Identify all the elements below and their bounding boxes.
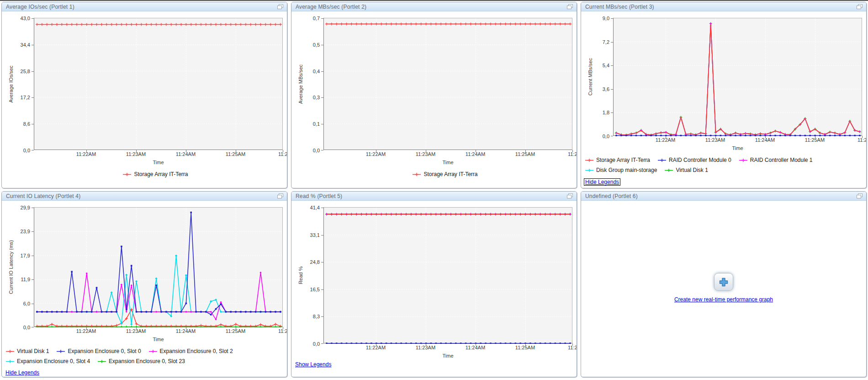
x-axis-title: Time — [613, 145, 862, 151]
restore-window-icon[interactable] — [277, 4, 283, 10]
y-tick-label: 0,5 — [313, 42, 320, 48]
x-tick-label: 11:26 — [857, 137, 867, 143]
create-graph-link[interactable]: Create new real-time performance graph — [674, 296, 773, 303]
restore-window-icon[interactable] — [857, 193, 863, 199]
portlet-title: Current IO Latency (Portlet 4) — [6, 193, 80, 199]
y-tick-mark — [32, 97, 34, 98]
legend-toggle-link[interactable]: Hide Legends — [5, 369, 39, 376]
portlet-titlebar[interactable]: Current IO Latency (Portlet 4) — [2, 192, 287, 201]
y-tick-mark — [611, 89, 613, 90]
legend-item: RAID Controller Module 0 — [657, 155, 731, 165]
portlet-average-ios: Average IOs/sec (Portlet 1) Average IOs/… — [1, 2, 287, 188]
y-tick-label: 6,0 — [23, 301, 30, 306]
y-tick-mark — [321, 45, 323, 45]
y-tick-mark — [32, 124, 34, 124]
portlet-title: Average IOs/sec (Portlet 1) — [6, 4, 74, 10]
legend-item-label: Virtual Disk 1 — [17, 347, 49, 356]
y-tick-label: 29,9 — [21, 205, 30, 210]
y-axis-title: Average MBs/sec — [298, 64, 303, 103]
y-tick-label: 1,8 — [603, 110, 609, 115]
x-tick-label: 11:24AM — [755, 137, 775, 143]
restore-window-icon[interactable] — [567, 193, 573, 199]
y-tick-label: 24,8 — [310, 259, 320, 265]
portlet-average-mbs: Average MBs/sec (Portlet 2) Average MBs/… — [291, 2, 577, 188]
x-tick-label: 11:22AM — [656, 137, 675, 143]
x-tick-label: 11:25AM — [515, 345, 535, 350]
x-tick-label: 11:24AM — [176, 151, 196, 157]
portlet-titlebar[interactable]: Average IOs/sec (Portlet 1) — [2, 2, 287, 11]
y-tick-label: 0,7 — [313, 16, 320, 21]
y-tick-mark — [321, 289, 323, 290]
chart-legend: Storage Array IT-Terra — [323, 170, 574, 180]
x-tick-label: 11:23AM — [126, 328, 146, 334]
legend-marker-icon — [148, 349, 158, 353]
y-tick-label: 0,3 — [313, 95, 320, 100]
plot-area: 9,07,25,43,61,80,0 — [613, 18, 862, 136]
chart-legend: Storage Array IT-Terra — [34, 170, 284, 180]
restore-window-icon[interactable] — [567, 4, 573, 10]
legend-item: Expansion Enclosure 0, Slot 0 — [56, 347, 141, 356]
portlet-undefined: Undefined (Portlet 6) Create new real-ti… — [581, 191, 867, 377]
y-tick-label: 5,4 — [603, 63, 609, 68]
portlet-body: Create new real-time performance graph — [581, 201, 866, 377]
legend-item: Storage Array IT-Terra — [122, 170, 188, 179]
restore-window-icon[interactable] — [277, 193, 283, 199]
legend-item: Storage Array IT-Terra — [585, 155, 650, 165]
restore-window-icon[interactable] — [857, 4, 863, 10]
legend-item-label: RAID Controller Module 1 — [750, 155, 813, 165]
y-tick-label: 25,8 — [21, 69, 30, 74]
portlet-body: Current MBs/sec9,07,25,43,61,80,011:22AM… — [581, 11, 866, 188]
x-tick-label: 11:26 — [278, 328, 287, 334]
legend-marker-icon — [56, 349, 65, 353]
plot-area: 0,70,50,40,30,10,0 — [323, 18, 572, 150]
plot-area: 43,034,425,817,28,60,0 — [34, 18, 283, 150]
performance-dashboard: Average IOs/sec (Portlet 1) Average IOs/… — [0, 1, 868, 378]
portlet-titlebar[interactable]: Undefined (Portlet 6) — [581, 192, 866, 201]
legend-item-label: Storage Array IT-Terra — [596, 155, 650, 165]
legend-marker-icon — [739, 158, 748, 162]
y-tick-mark — [321, 262, 323, 262]
y-tick-label: 23,9 — [21, 229, 30, 234]
x-tick-label: 11:26 — [568, 345, 577, 350]
plot-area: 41,433,124,816,58,30,0 — [323, 207, 572, 343]
legend-item: Expansion Enclosure 0, Slot 4 — [5, 357, 90, 366]
y-tick-label: 34,4 — [21, 42, 30, 48]
legend-item-label: Disk Group main-storage — [596, 166, 657, 175]
x-tick-label: 11:23AM — [705, 137, 725, 143]
portlet-current-mbs: Current MBs/sec (Portlet 3) Current MBs/… — [581, 2, 867, 188]
y-axis-title: Current MBs/sec — [587, 58, 593, 96]
x-tick-label: 11:23AM — [126, 151, 146, 157]
legend-marker-icon — [585, 168, 594, 172]
legend-item: Virtual Disk 1 — [5, 347, 49, 356]
x-tick-label: 11:22AM — [76, 151, 96, 157]
legend-marker-icon — [657, 158, 667, 162]
x-axis-title: Time — [323, 353, 572, 359]
portlet-body: Read %41,433,124,816,58,30,011:22AM11:23… — [291, 201, 577, 377]
add-graph-button[interactable] — [714, 273, 733, 291]
legend-item-label: Storage Array IT-Terra — [134, 170, 188, 179]
y-tick-label: 0,0 — [23, 148, 30, 153]
y-tick-label: 0,4 — [313, 69, 320, 74]
y-tick-mark — [321, 235, 323, 235]
y-tick-mark — [32, 150, 34, 150]
y-tick-label: 33,1 — [310, 232, 320, 238]
legend-item-label: Expansion Enclosure 0, Slot 4 — [17, 357, 90, 366]
legend-toggle-link[interactable]: Hide Legends — [584, 178, 620, 186]
legend-marker-icon — [412, 172, 421, 177]
y-tick-mark — [321, 71, 323, 72]
portlet-body: Current IO Latency (ms)29,923,917,911,96… — [2, 201, 287, 377]
chart-average-ios: Average IOs/sec43,034,425,817,28,60,011:… — [34, 18, 284, 180]
plot-area: 29,923,917,911,96,00,0 — [34, 207, 283, 327]
legend-toggle-link[interactable]: Show Legends — [295, 361, 331, 368]
portlet-titlebar[interactable]: Read % (Portlet 5) — [291, 192, 577, 201]
y-tick-mark — [611, 136, 613, 136]
y-tick-mark — [32, 304, 34, 304]
legend-item: Expansion Enclosure 0, Slot 2 — [148, 347, 233, 356]
y-axis-title: Current IO Latency (ms) — [8, 240, 14, 294]
legend-marker-icon — [664, 168, 673, 172]
chart-read-percent: Read %41,433,124,816,58,30,011:22AM11:23… — [323, 207, 574, 368]
portlet-titlebar[interactable]: Current MBs/sec (Portlet 3) — [581, 2, 866, 11]
y-tick-mark — [321, 150, 323, 150]
portlet-titlebar[interactable]: Average MBs/sec (Portlet 2) — [291, 2, 577, 11]
x-axis-title: Time — [34, 160, 283, 165]
